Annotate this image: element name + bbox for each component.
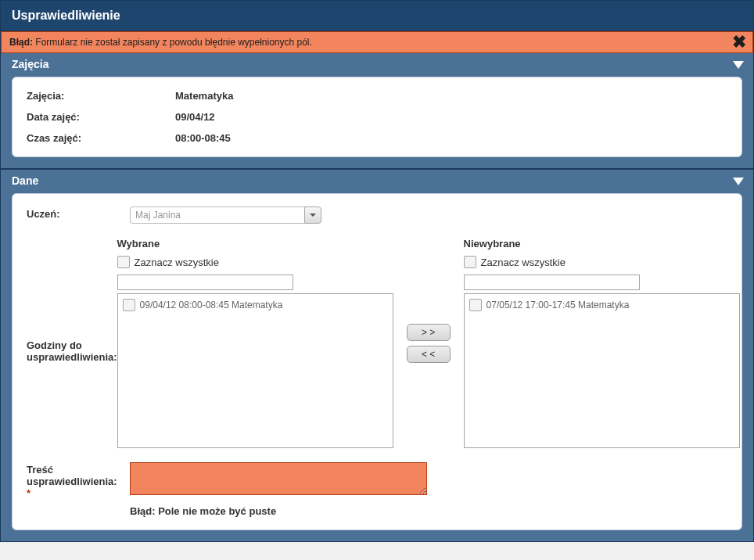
col-wybrane: Wybrane Zaznacz wszystkie 09/04/12 08:00… <box>117 238 393 448</box>
select-all-niewybrane-label: Zaznacz wszystkie <box>481 257 566 268</box>
chevron-down-icon[interactable] <box>733 61 744 69</box>
section-dane: Dane Uczeń: <box>1 168 753 541</box>
list-item-text: 09/04/12 08:00-08:45 Matematyka <box>140 300 283 311</box>
error-message: Formularz nie został zapisany z powodu b… <box>35 37 312 48</box>
row-tresc: Treść usprawiedliwienia: * Błąd: Pole ni… <box>27 462 727 517</box>
list-item-checkbox[interactable] <box>123 299 135 311</box>
filter-niewybrane-input[interactable] <box>464 275 640 290</box>
uczen-select-dropdown-button[interactable] <box>304 206 321 224</box>
select-all-niewybrane-row: Zaznacz wszystkie <box>464 256 740 268</box>
move-right-button[interactable]: > > <box>407 324 451 341</box>
section-zajecia: Zajęcia Zajęcia: Matematyka Data zajęć: … <box>1 53 753 168</box>
label-godziny: Godziny do usprawiedliwienia: <box>27 238 117 448</box>
chevron-down-icon <box>309 211 317 219</box>
section-dane-title: Dane <box>12 174 38 187</box>
label-zajecia: Zajęcia: <box>27 90 175 102</box>
dual-list: Wybrane Zaznacz wszystkie 09/04/12 08:00… <box>117 238 740 448</box>
section-dane-body: Uczeń: Godziny do usprawiedliwien <box>12 193 742 530</box>
filter-wybrane-input[interactable] <box>117 275 293 290</box>
list-wybrane[interactable]: 09/04/12 08:00-08:45 Matematyka <box>117 293 393 448</box>
label-uczen: Uczeń: <box>27 206 130 220</box>
info-row-zajecia: Zajęcia: Matematyka <box>27 90 727 102</box>
move-left-button[interactable]: < < <box>407 346 451 363</box>
tresc-error-prefix: Błąd: <box>130 505 156 517</box>
tresc-error: Błąd: Pole nie może być puste <box>130 505 727 517</box>
section-zajecia-body: Zajęcia: Matematyka Data zajęć: 09/04/12… <box>12 77 742 157</box>
label-godziny-text: Godziny do usprawiedliwienia: <box>27 339 117 363</box>
value-data-zajec: 09/04/12 <box>175 111 215 123</box>
list-niewybrane[interactable]: 07/05/12 17:00-17:45 Matematyka <box>464 293 740 448</box>
tresc-textarea[interactable] <box>130 462 427 495</box>
label-tresc-text: Treść usprawiedliwienia: <box>27 464 117 487</box>
uczen-select-value[interactable] <box>130 206 304 224</box>
page-title-bar: Usprawiedliwienie <box>1 1 753 31</box>
label-data-zajec: Data zajęć: <box>27 111 175 123</box>
value-czas-zajec: 08:00-08:45 <box>175 132 231 144</box>
section-zajecia-header[interactable]: Zajęcia <box>1 53 753 77</box>
error-prefix: Błąd: <box>9 37 33 48</box>
close-icon[interactable]: ✖ <box>732 34 746 51</box>
section-zajecia-title: Zajęcia <box>12 58 48 70</box>
error-banner: Błąd: Formularz nie został zapisany z po… <box>1 31 753 53</box>
required-asterisk: * <box>27 487 31 499</box>
col-niewybrane: Niewybrane Zaznacz wszystkie 07/05/12 17… <box>464 238 740 448</box>
header-niewybrane: Niewybrane <box>464 238 740 249</box>
info-row-czas: Czas zajęć: 08:00-08:45 <box>27 132 727 144</box>
select-all-wybrane-label: Zaznacz wszystkie <box>135 257 219 268</box>
transfer-buttons: > > < < <box>393 238 464 448</box>
list-item[interactable]: 07/05/12 17:00-17:45 Matematyka <box>468 297 736 313</box>
tresc-error-message: Pole nie może być puste <box>158 505 276 517</box>
select-all-wybrane-row: Zaznacz wszystkie <box>117 256 393 268</box>
app-frame: Usprawiedliwienie Błąd: Formularz nie zo… <box>0 0 754 542</box>
row-godziny: Godziny do usprawiedliwienia: Wybrane Za… <box>27 238 727 448</box>
row-uczen: Uczeń: <box>27 206 727 224</box>
header-wybrane: Wybrane <box>117 238 393 249</box>
select-all-wybrane-checkbox[interactable] <box>117 256 130 268</box>
chevron-down-icon[interactable] <box>733 178 744 185</box>
section-dane-header[interactable]: Dane <box>1 170 753 193</box>
select-all-niewybrane-checkbox[interactable] <box>464 256 476 268</box>
list-item[interactable]: 09/04/12 08:00-08:45 Matematyka <box>121 297 390 313</box>
value-zajecia: Matematyka <box>175 90 233 102</box>
uczen-select[interactable] <box>130 206 321 224</box>
page-title: Usprawiedliwienie <box>12 9 120 22</box>
list-item-checkbox[interactable] <box>469 299 482 311</box>
label-czas-zajec: Czas zajęć: <box>27 132 175 144</box>
label-tresc: Treść usprawiedliwienia: * <box>27 462 130 499</box>
list-item-text: 07/05/12 17:00-17:45 Matematyka <box>487 300 630 311</box>
info-row-data: Data zajęć: 09/04/12 <box>27 111 727 123</box>
